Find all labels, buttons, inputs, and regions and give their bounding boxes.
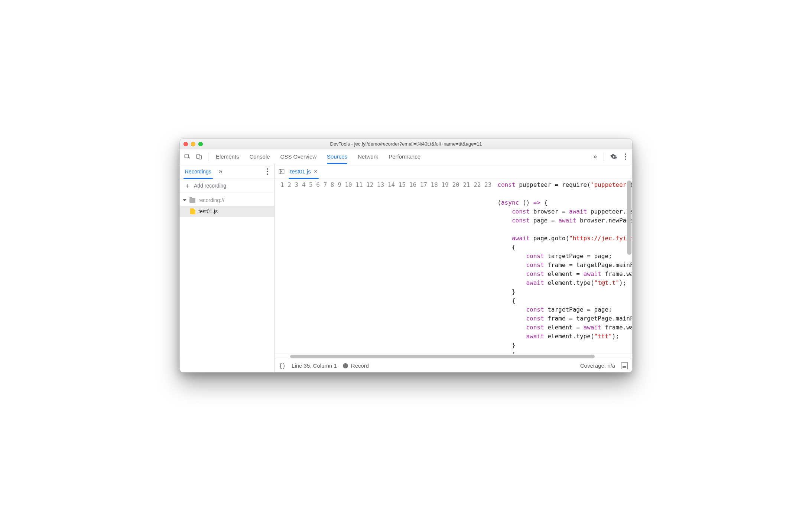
- tree-folder-label: recording://: [198, 197, 224, 203]
- js-file-icon: [190, 208, 195, 214]
- close-tab-icon[interactable]: ×: [314, 168, 317, 175]
- sidebar-menu-button[interactable]: [263, 167, 272, 176]
- record-icon: [343, 363, 348, 368]
- sidebar-tab-recordings[interactable]: Recordings: [183, 164, 213, 179]
- main-menu-button[interactable]: [621, 152, 630, 161]
- minimize-window-button[interactable]: [191, 142, 195, 146]
- devtools-window: DevTools - jec.fyi/demo/recorder?email=t…: [179, 139, 633, 372]
- panel-tab-network[interactable]: Network: [358, 149, 378, 164]
- svg-rect-3: [279, 169, 284, 174]
- tree-file-label: test01.js: [198, 208, 218, 214]
- record-label: Record: [351, 362, 369, 369]
- editor-tab[interactable]: test01.js ×: [289, 164, 319, 179]
- editor-area: test01.js × 1 2 3 4 5 6 7 8 9 10 11 12 1…: [275, 164, 632, 372]
- code-viewport: 1 2 3 4 5 6 7 8 9 10 11 12 13 14 15 16 1…: [275, 179, 632, 354]
- svg-rect-2: [199, 156, 202, 159]
- panel-tab-performance[interactable]: Performance: [389, 149, 420, 164]
- navigator-sidebar: Recordings » ＋ Add recording recording:/…: [180, 164, 275, 372]
- code-content[interactable]: const puppeteer = require('puppeteer'); …: [495, 179, 632, 354]
- vertical-scrollbar[interactable]: [627, 180, 631, 255]
- folder-icon: [189, 198, 195, 203]
- cursor-position: Line 35, Column 1: [292, 362, 337, 369]
- coverage-status: Coverage: n/a: [580, 362, 615, 369]
- add-recording-label: Add recording: [194, 183, 226, 189]
- panel-tab-elements[interactable]: Elements: [216, 149, 239, 164]
- format-button[interactable]: {}: [279, 362, 286, 369]
- device-toolbar-icon[interactable]: [194, 152, 204, 162]
- editor-tabbar: test01.js ×: [275, 164, 632, 179]
- status-bar: {} Line 35, Column 1 Record Coverage: n/…: [275, 359, 632, 372]
- content: Recordings » ＋ Add recording recording:/…: [180, 164, 632, 372]
- add-recording-button[interactable]: ＋ Add recording: [180, 179, 274, 192]
- line-gutter: 1 2 3 4 5 6 7 8 9 10 11 12 13 14 15 16 1…: [275, 179, 495, 354]
- panel-tab-sources[interactable]: Sources: [327, 149, 347, 164]
- panel-tabs: ElementsConsoleCSS OverviewSourcesNetwor…: [216, 149, 420, 164]
- panel-tab-console[interactable]: Console: [250, 149, 270, 164]
- horizontal-scrollbar[interactable]: [290, 355, 595, 358]
- file-tree: recording:// test01.js: [180, 192, 274, 219]
- zoom-window-button[interactable]: [198, 142, 203, 146]
- svg-rect-0: [185, 154, 189, 158]
- window-title: DevTools - jec.fyi/demo/recorder?email=t…: [180, 141, 632, 147]
- separator: [604, 153, 604, 161]
- titlebar: DevTools - jec.fyi/demo/recorder?email=t…: [180, 139, 632, 149]
- panel-tab-css-overview[interactable]: CSS Overview: [280, 149, 317, 164]
- settings-icon[interactable]: [608, 152, 619, 162]
- expand-collapse-icon: [183, 199, 186, 201]
- tree-file-row[interactable]: test01.js: [180, 206, 274, 217]
- tree-folder-row[interactable]: recording://: [180, 195, 274, 206]
- plus-icon: ＋: [184, 182, 191, 189]
- inspect-element-icon[interactable]: [182, 152, 192, 162]
- separator: [208, 153, 208, 161]
- sidebar-header: Recordings »: [180, 164, 274, 179]
- editor-tab-label: test01.js: [290, 168, 311, 175]
- show-drawer-icon[interactable]: [621, 362, 628, 369]
- window-controls: [183, 142, 203, 146]
- record-button[interactable]: Record: [343, 362, 369, 369]
- toggle-navigator-icon[interactable]: [277, 167, 286, 176]
- more-tabs-button[interactable]: »: [591, 153, 599, 160]
- main-toolbar: ElementsConsoleCSS OverviewSourcesNetwor…: [180, 149, 632, 164]
- horizontal-scrollbar-track: [275, 354, 632, 359]
- close-window-button[interactable]: [183, 142, 188, 146]
- sidebar-more-tabs-button[interactable]: »: [217, 167, 225, 175]
